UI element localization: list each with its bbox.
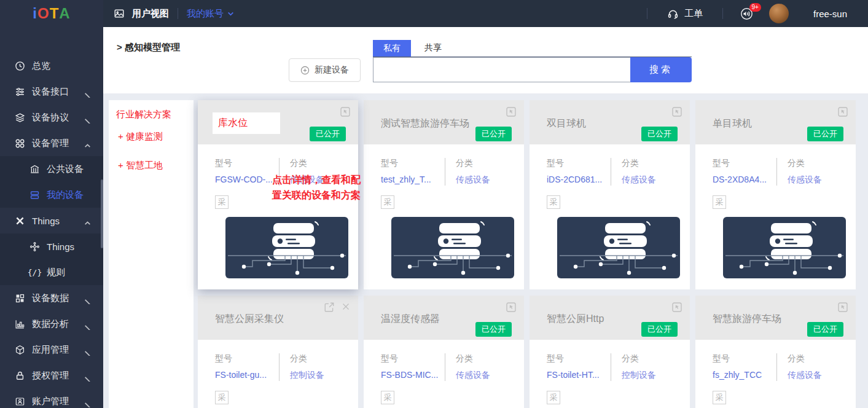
servers-icon	[29, 190, 40, 200]
account-menu[interactable]: 我的账号	[187, 8, 234, 20]
chevron-down-icon	[84, 321, 91, 332]
category-label: 分类	[788, 158, 822, 169]
share-action[interactable]	[324, 302, 335, 315]
app-root: iOTA 总览设备接口设备协议设备管理公共设备我的设备ThingsThings{…	[0, 0, 868, 408]
model-value[interactable]: FS-toilet-HT...	[547, 370, 611, 380]
sidebar-item-设备接口[interactable]: 设备接口	[0, 79, 103, 104]
model-value[interactable]: test_zhly_T...	[381, 175, 445, 184]
sidebar-item-应用管理[interactable]: 应用管理	[0, 337, 103, 363]
search-input[interactable]	[373, 57, 630, 82]
device-card[interactable]: 双目球机 已公开 型号 iDS-2CD681... 分类 传感设备 采	[530, 100, 690, 289]
view-label[interactable]: 用户视图	[132, 8, 169, 20]
sidebar-item-授权管理[interactable]: 授权管理	[0, 363, 103, 388]
sidebar-item-label: Things	[47, 241, 74, 252]
picture-icon[interactable]	[114, 8, 125, 19]
tooltip-line: 置关联的设备和方案	[272, 189, 361, 202]
device-card-header: 双目球机 已公开	[530, 100, 690, 144]
model-label: 型号	[713, 158, 776, 169]
brand-letter: T	[50, 5, 60, 22]
category-value[interactable]: 传感设备	[622, 175, 656, 186]
search-button[interactable]: 搜索	[630, 57, 692, 82]
category-label: 分类	[788, 353, 822, 364]
notifications-button[interactable]: 9+	[740, 7, 753, 20]
username[interactable]: free-sun	[813, 9, 847, 19]
select-action[interactable]	[506, 302, 517, 315]
select-cursor-icon	[837, 106, 848, 117]
device-card-header: 已公开 库水位	[198, 100, 358, 144]
model-label: 型号	[381, 158, 445, 169]
sidebar-item-账户管理[interactable]: 账户管理	[0, 388, 103, 408]
sidebar-item-label: 总览	[32, 60, 50, 72]
layers-icon	[15, 112, 25, 123]
sidebar-item-总览[interactable]: 总览	[0, 53, 103, 79]
sidebar-item-label: 应用管理	[32, 344, 69, 356]
close-action[interactable]	[341, 302, 351, 315]
device-card[interactable]: 单目球机 已公开 型号 DS-2XD8A4... 分类 传感设备 采	[695, 100, 856, 289]
model-value[interactable]: DS-2XD8A4...	[713, 175, 776, 184]
model-value[interactable]: iDS-2CD681...	[547, 175, 611, 184]
model-value[interactable]: FS-BDS-MIC...	[381, 370, 445, 380]
sidebar-item-数据分析[interactable]: 数据分析	[0, 311, 103, 337]
device-card[interactable]: 已公开 库水位 型号 FGSW-COD-... 分类 传感设备 采	[198, 100, 358, 289]
category-value[interactable]: 控制设备	[622, 370, 656, 381]
divider	[722, 8, 723, 19]
status-badge: 已公开	[807, 127, 843, 141]
chevron-up-icon	[84, 141, 91, 151]
device-card-body: 型号 iDS-2CD681... 分类 传感设备 采	[530, 144, 690, 278]
category-value[interactable]: 传感设备	[456, 370, 490, 381]
tab-private[interactable]: 私有	[373, 40, 411, 57]
title-annotation-box: 库水位	[213, 112, 280, 134]
new-device-label: 新建设备	[315, 65, 349, 76]
sidebar-item-规则[interactable]: {/}规则	[0, 259, 103, 285]
sidebar-item-Things[interactable]: Things	[0, 233, 103, 259]
apps-icon	[15, 138, 25, 149]
chevron-down-icon	[84, 115, 91, 125]
device-card-body: 型号 FS-BDS-MIC... 分类 传感设备 采	[364, 340, 524, 408]
sidebar-item-设备协议[interactable]: 设备协议	[0, 104, 103, 130]
select-action[interactable]	[506, 106, 517, 120]
device-card[interactable]: 温湿度传感器 已公开 型号 FS-BDS-MIC... 分类 传感设备 采	[364, 296, 524, 408]
solution-item-health[interactable]: + 健康监测	[116, 131, 187, 143]
category-value[interactable]: 控制设备	[290, 370, 324, 381]
tab-shared[interactable]: 共享	[424, 42, 442, 57]
search-block: 私有 共享 搜索	[373, 41, 692, 82]
solution-item-site[interactable]: + 智慧工地	[116, 160, 187, 171]
device-card-body: 型号 FS-toilet-gu... 分类 控制设备 采	[198, 340, 358, 408]
model-value[interactable]: fs_zhly_TCC	[713, 370, 776, 380]
device-card[interactable]: 智慧公厕采集仪 型号 FS-toilet-gu... 分类 控制设备 采	[198, 296, 358, 408]
topbar: 用户视图 我的账号 工单	[103, 0, 868, 27]
sidebar-item-设备管理[interactable]: 设备管理	[0, 130, 103, 156]
sliders-icon	[15, 87, 25, 97]
device-card[interactable]: 智慧旅游停车场 已公开 型号 fs_zhly_TCC 分类 传感设备 采	[695, 296, 856, 408]
select-action[interactable]	[837, 106, 848, 120]
category-value[interactable]: 传感设备	[456, 175, 490, 186]
select-action[interactable]	[671, 302, 682, 315]
chevron-down-icon	[227, 10, 234, 17]
category-value[interactable]: 传感设备	[788, 175, 822, 186]
sidebar-item-label: Things	[32, 216, 60, 226]
sidebar-item-设备数据[interactable]: 设备数据	[0, 285, 103, 311]
device-card-header: 单目球机 已公开	[695, 100, 856, 144]
model-value[interactable]: FGSW-COD-...	[215, 175, 279, 184]
device-card[interactable]: 测试智慧旅游停车场 已公开 型号 test_zhly_T... 分类 传感设备 …	[364, 100, 524, 289]
brand-logo: iOTA	[0, 0, 103, 27]
select-action[interactable]	[671, 106, 682, 120]
sidebar-item-公共设备[interactable]: 公共设备	[0, 156, 103, 182]
model-value[interactable]: FS-toilet-gu...	[215, 370, 279, 380]
sidebar-item-Things[interactable]: Things	[0, 208, 103, 233]
lock-icon	[15, 371, 25, 381]
solution-panel-title: 行业解决方案	[116, 109, 187, 120]
device-card[interactable]: 智慧公厕Http 已公开 型号 FS-toilet-HT... 分类 控制设备 …	[530, 296, 690, 408]
plus-circle-icon	[300, 66, 310, 75]
select-action[interactable]	[340, 106, 351, 120]
avatar[interactable]	[769, 4, 789, 23]
menu-fold-icon[interactable]	[0, 27, 103, 52]
select-action[interactable]	[837, 302, 848, 315]
ticket-button[interactable]: 工单	[667, 8, 703, 20]
sidebar-item-label: 我的设备	[47, 189, 84, 201]
category-value[interactable]: 传感设备	[788, 370, 822, 381]
breadcrumb: > 感知模型管理	[117, 42, 180, 53]
new-device-button[interactable]: 新建设备	[289, 58, 361, 82]
sidebar-item-我的设备[interactable]: 我的设备	[0, 182, 103, 208]
cross-icon	[15, 216, 25, 226]
